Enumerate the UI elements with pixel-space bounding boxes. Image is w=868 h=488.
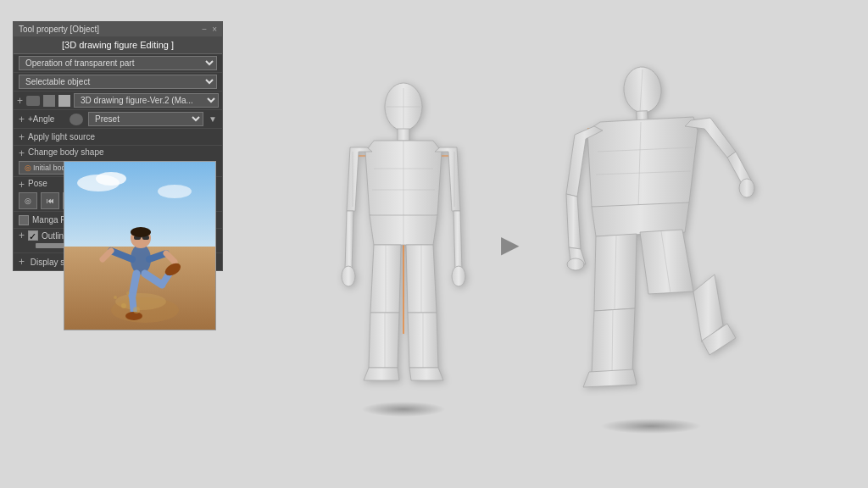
left-figure-container [331, 71, 476, 417]
svg-point-26 [133, 307, 140, 313]
right-arrow: ▶ [501, 230, 520, 258]
photo-background [64, 162, 215, 330]
selectable-object-select[interactable]: Selectable object [19, 75, 217, 89]
figure-icon [58, 95, 70, 107]
svg-point-38 [342, 266, 355, 286]
display-plus-button[interactable]: + [19, 256, 25, 268]
body-shape-title: Change body shape [28, 147, 104, 157]
pose-circle-icon: ◎ [25, 197, 31, 205]
panel-title: Tool property [Object] [19, 25, 99, 34]
svg-point-54 [567, 258, 584, 270]
right-figure-container [545, 54, 757, 434]
svg-point-40 [452, 266, 465, 286]
pose-btn-circle[interactable]: ◎ [19, 192, 37, 209]
angle-row: + +Angle Preset ▼ [14, 110, 222, 129]
svg-point-2 [96, 172, 126, 186]
panel-subtitle: [3D drawing figure Editing ] [14, 36, 222, 54]
svg-rect-32 [398, 129, 409, 141]
transparent-part-row: Operation of transparent part [14, 54, 222, 73]
apply-light-label: Apply light source [28, 132, 95, 141]
pose-skip-icon: ⏮ [47, 197, 54, 205]
arrow-container: ▶ [492, 230, 528, 258]
angle-plus-button[interactable]: + [19, 114, 25, 125]
svg-point-55 [739, 179, 754, 197]
figure-checkbox[interactable] [43, 95, 55, 107]
preset-select[interactable]: Preset [88, 112, 203, 126]
svg-point-24 [114, 296, 117, 299]
angle-label: +Angle [28, 114, 66, 124]
pose-plus-button[interactable]: + [19, 180, 25, 190]
left-figure-svg [331, 71, 476, 410]
figures-area: ▶ [220, 0, 868, 488]
angle-icon [70, 114, 83, 125]
svg-point-25 [126, 291, 130, 295]
manga-perspective-checkbox[interactable] [19, 215, 29, 225]
pose-title: Pose [28, 179, 47, 188]
pose-btn-skip[interactable]: ⏮ [41, 192, 59, 209]
figure-eye-icon[interactable] [26, 96, 40, 106]
apply-light-plus-button[interactable]: + [19, 132, 25, 142]
body-shape-plus-button[interactable]: + [19, 148, 25, 158]
close-button[interactable]: × [212, 25, 217, 34]
panel-title-bar: Tool property [Object] − × [14, 22, 222, 36]
svg-point-19 [125, 312, 142, 320]
photo-overlay [64, 161, 216, 330]
right-figure-svg [545, 54, 757, 427]
figure-plus-button[interactable]: + [17, 96, 23, 106]
transparent-part-select[interactable]: Operation of transparent part [19, 56, 217, 70]
outline-plus-button[interactable]: + [19, 230, 25, 241]
outline-checkbox[interactable]: ✓ [28, 230, 38, 241]
photo-scene [64, 162, 216, 330]
apply-light-row: + Apply light source [14, 129, 222, 146]
angle-chevron: ▼ [209, 114, 217, 124]
figure-select[interactable]: 3D drawing figure-Ver.2 (Ma... [74, 93, 219, 108]
selectable-object-row: Selectable object [14, 73, 222, 92]
body-shape-icon: ◎ [25, 164, 31, 172]
figure-row: + 3D drawing figure-Ver.2 (Ma... [14, 92, 222, 110]
svg-point-23 [121, 303, 126, 308]
svg-point-12 [131, 227, 151, 237]
svg-point-3 [158, 185, 192, 198]
minimize-button[interactable]: − [202, 25, 207, 34]
